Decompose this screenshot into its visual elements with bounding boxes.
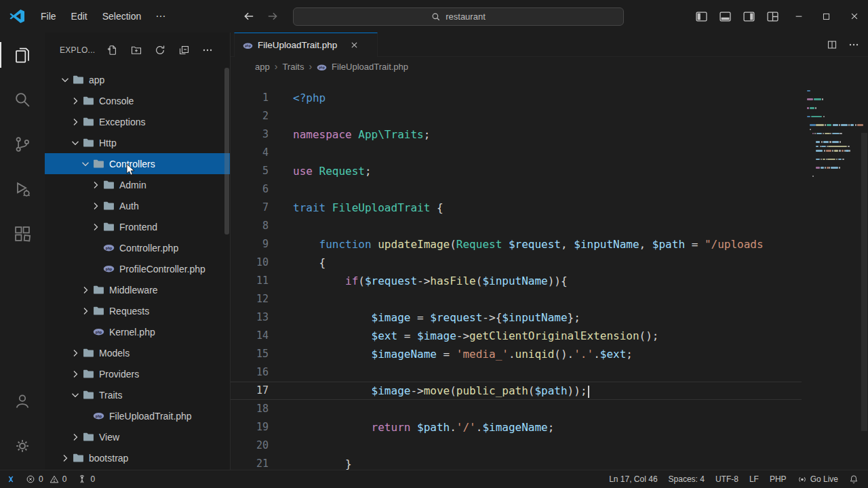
cursor-position[interactable]: Ln 17, Col 46 — [604, 470, 663, 488]
code-line-11[interactable]: 11 if($request->hasFile($inputName)){ — [231, 272, 802, 290]
code-line-17[interactable]: 17 $image->move(public_path($path)); — [231, 382, 802, 400]
toggle-sidebar-icon[interactable] — [690, 0, 713, 33]
code-line-12[interactable]: 12 — [231, 290, 802, 308]
refresh-icon[interactable] — [151, 41, 170, 59]
code-line-10[interactable]: 10 { — [231, 253, 802, 272]
eol-selector[interactable]: LF — [744, 470, 764, 488]
language-mode[interactable]: PHP — [764, 470, 792, 488]
breadcrumb-item[interactable]: Traits — [282, 62, 304, 72]
code-line-3[interactable]: 3namespace App\Traits; — [231, 125, 802, 144]
folder-icon — [83, 347, 94, 359]
tree-item-kernel-php[interactable]: phpKernel.php — [45, 321, 230, 342]
tree-item-label: Http — [99, 138, 117, 148]
minimap[interactable] — [807, 89, 860, 178]
run-debug-icon[interactable] — [0, 167, 45, 211]
notifications-bell[interactable] — [844, 470, 864, 488]
code-line-18[interactable]: 18 — [231, 400, 802, 418]
code-area[interactable]: 1<?php23namespace App\Traits;45use Reque… — [231, 76, 868, 470]
ports-indicator[interactable]: 0 — [72, 470, 100, 488]
tree-item-bootstrap[interactable]: bootstrap — [45, 447, 230, 468]
breadcrumb-item[interactable]: app — [255, 62, 270, 72]
sidebar-scrollbar[interactable] — [224, 68, 229, 235]
editor-scrollbar[interactable] — [861, 133, 867, 431]
code-line-16[interactable]: 16 — [231, 363, 802, 382]
menu-file[interactable]: File — [33, 7, 64, 25]
extensions-icon[interactable] — [0, 211, 45, 256]
command-center-search[interactable]: restaurant — [293, 7, 624, 26]
forward-arrow-icon[interactable] — [265, 9, 280, 24]
tree-item-console[interactable]: Console — [45, 90, 230, 111]
close-tab-icon[interactable] — [350, 41, 359, 49]
code-line-14[interactable]: 14 $ext = $image->getClientOriginalExten… — [231, 327, 802, 345]
code-line-21[interactable]: 21 } — [231, 455, 802, 470]
code-line-7[interactable]: 7trait FileUploadTrait { — [231, 199, 802, 217]
code-line-6[interactable]: 6 — [231, 180, 802, 199]
svg-text:php: php — [106, 246, 113, 251]
code-line-4[interactable]: 4 — [231, 144, 802, 162]
minimize-icon[interactable] — [785, 0, 812, 33]
tree-item-http[interactable]: Http — [45, 132, 230, 153]
tree-item-exceptions[interactable]: Exceptions — [45, 111, 230, 132]
toggle-secondary-sidebar-icon[interactable] — [737, 0, 761, 33]
tree-item-admin[interactable]: Admin — [45, 174, 230, 195]
tree-item-providers[interactable]: Providers — [45, 363, 230, 384]
code-line-19[interactable]: 19 return $path.'/'.$imageName; — [231, 418, 802, 436]
menu-selection[interactable]: Selection — [95, 7, 149, 25]
tree-item-controllers[interactable]: Controllers — [45, 153, 230, 174]
problems-indicator[interactable]: 0 0 — [20, 470, 72, 488]
go-live-button[interactable]: Go Live — [792, 470, 844, 488]
tree-item-profilecontroller-php[interactable]: phpProfileController.php — [45, 258, 230, 279]
explorer-icon[interactable] — [0, 33, 45, 77]
tree-item-label: Controllers — [109, 159, 155, 169]
customize-layout-icon[interactable] — [761, 0, 785, 33]
tree-item-requests[interactable]: Requests — [45, 300, 230, 321]
code-line-5[interactable]: 5use Request; — [231, 162, 802, 180]
back-arrow-icon[interactable] — [241, 9, 256, 24]
tree-item-app[interactable]: app — [45, 69, 230, 90]
line-content: use Request; — [269, 162, 372, 180]
chevron-down-icon — [60, 75, 71, 85]
menu-edit[interactable]: Edit — [64, 7, 95, 25]
new-file-icon[interactable] — [103, 41, 122, 59]
code-line-9[interactable]: 9 function updateImage(Request $request,… — [231, 235, 802, 253]
tree-item-fileuploadtrait-php[interactable]: phpFileUploadTrait.php — [45, 405, 230, 426]
settings-gear-icon[interactable] — [0, 424, 45, 468]
chevron-right-icon — [90, 222, 101, 232]
chevron-right-icon — [90, 180, 101, 190]
menu-overflow-button[interactable]: ⋯ — [149, 7, 173, 26]
breadcrumb-item[interactable]: FileUploadTrait.php — [332, 62, 408, 72]
tree-item-label: Models — [99, 348, 130, 359]
encoding[interactable]: UTF-8 — [710, 470, 744, 488]
tree-item-controller-php[interactable]: phpController.php — [45, 237, 230, 258]
tree-item-traits[interactable]: Traits — [45, 384, 230, 405]
tree-item-middleware[interactable]: Middleware — [45, 279, 230, 300]
collapse-folders-icon[interactable] — [174, 41, 193, 59]
more-actions-icon[interactable] — [198, 41, 217, 59]
toggle-panel-icon[interactable] — [713, 0, 737, 33]
search-icon[interactable] — [0, 77, 45, 122]
tree-item-frontend[interactable]: Frontend — [45, 216, 230, 237]
tree-item-label: Admin — [119, 180, 146, 190]
maximize-icon[interactable] — [812, 0, 840, 33]
tree-item-view[interactable]: View — [45, 426, 230, 447]
remote-indicator[interactable] — [0, 470, 20, 488]
svg-text:php: php — [96, 414, 102, 419]
code-line-20[interactable]: 20 — [231, 436, 802, 455]
code-line-13[interactable]: 13 $image = $request->{$inputName}; — [231, 308, 802, 327]
explorer-sidebar: EXPLO... appConsoleExceptionsHttpControl… — [45, 33, 231, 470]
more-editor-actions-icon[interactable] — [844, 35, 864, 55]
tree-item-models[interactable]: Models — [45, 342, 230, 363]
accounts-icon[interactable] — [0, 379, 45, 424]
new-folder-icon[interactable] — [127, 41, 146, 59]
tab-fileuploadtrait[interactable]: php FileUploadTrait.php — [234, 33, 378, 57]
line-number: 4 — [231, 144, 269, 162]
close-window-icon[interactable] — [840, 0, 868, 33]
code-line-15[interactable]: 15 $imageName = 'media_'.uniqid().'.'.$e… — [231, 345, 802, 363]
source-control-icon[interactable] — [0, 122, 45, 167]
code-line-2[interactable]: 2 — [231, 107, 802, 125]
code-line-8[interactable]: 8 — [231, 217, 802, 235]
indentation[interactable]: Spaces: 4 — [663, 470, 710, 488]
split-editor-icon[interactable] — [822, 35, 842, 55]
tree-item-auth[interactable]: Auth — [45, 195, 230, 216]
code-line-1[interactable]: 1<?php — [231, 89, 802, 107]
